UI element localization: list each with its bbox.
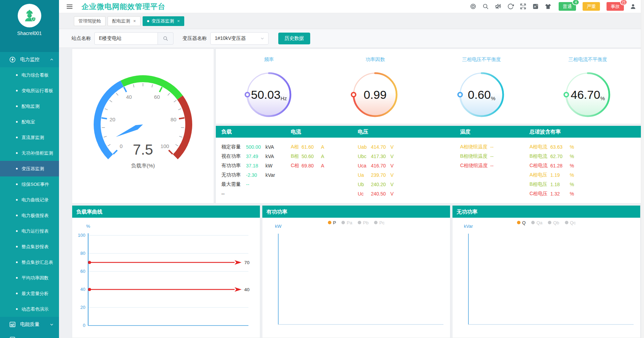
hamburger-icon[interactable]	[66, 3, 73, 10]
load-rate-gauge: 0204060801007.5负载率(%)	[72, 49, 214, 203]
scrollbar[interactable]	[641, 0, 644, 338]
table-row: 最大需量--	[221, 180, 275, 189]
bullet-icon	[16, 308, 18, 310]
table-column: A相61.60AB相50.60AC相69.80A	[291, 142, 324, 170]
sidebar-item[interactable]: 电力极值报表	[0, 208, 59, 223]
avatar[interactable]	[18, 4, 41, 27]
sidebar-item[interactable]: 动态着色演示	[0, 301, 59, 317]
app-title: 企业微电网能效管理平台	[82, 2, 166, 11]
sidebar-item-label: 无功补偿柜监测	[22, 150, 53, 156]
table-cell: 额定容量	[221, 144, 246, 150]
alarm-button-1[interactable]: 普通4	[559, 2, 576, 11]
table-cell: 416.70	[371, 163, 390, 168]
sidebar-item[interactable]: 配电监测	[0, 98, 59, 114]
fullscreen-icon[interactable]	[520, 3, 526, 10]
mute-icon[interactable]	[495, 3, 501, 10]
sidebar-item-label: 整点集抄报表	[22, 244, 49, 250]
sidebar-nav: 电力监控电力综合看板变电所运行看板配电监测配电室直流屏监测无功补偿柜监测变压器监…	[0, 52, 59, 338]
sidebar-section-label: 电力监控	[20, 57, 40, 63]
table-cell: A相电流	[529, 144, 550, 150]
table-cell: 61.28	[550, 163, 570, 168]
sidebar-item[interactable]: 整点集抄报表	[0, 239, 59, 254]
sidebar-item[interactable]: 平均功率因数	[0, 270, 59, 286]
sidebar-item[interactable]: 整点集抄汇总表	[0, 254, 59, 270]
tab-3[interactable]: 变压器监测×	[143, 16, 185, 26]
sidebar-item[interactable]: 电力运行报表	[0, 223, 59, 239]
table-row: 有功功率37.18kW	[221, 161, 275, 170]
sidebar-item[interactable]: 电力曲线记录	[0, 192, 59, 208]
sidebar-item[interactable]: 配电室	[0, 114, 59, 130]
sidebar-section-2[interactable]: 电能质量	[0, 317, 59, 332]
history-data-button[interactable]: 历史数据	[278, 33, 310, 44]
table-cell: 69.80	[302, 163, 321, 168]
svg-text:80: 80	[80, 251, 85, 256]
sidebar-item[interactable]: 变电所运行看板	[0, 83, 59, 98]
translate-icon[interactable]: A文	[532, 3, 539, 10]
power-monitor-icon	[9, 56, 16, 63]
svg-text:70: 70	[244, 260, 249, 265]
sidebar-section-partial[interactable]	[0, 332, 59, 338]
table-cell: C相电流	[529, 163, 550, 169]
tab-close-icon[interactable]: ×	[177, 18, 180, 24]
table-cell: C相绕组温度	[460, 163, 490, 169]
target-icon[interactable]	[470, 3, 476, 10]
kpi-card: 频率50.03Hz功率因数0.99三相电压不平衡度0.60%三相电流不平衡度46…	[215, 49, 641, 124]
table-cell: V	[390, 191, 393, 197]
svg-text:0: 0	[120, 143, 122, 149]
table-cell: %	[570, 191, 574, 197]
table-row: Ubc417.30V	[358, 151, 393, 161]
table-row: B相电流62.70%	[529, 151, 574, 161]
table-row: B相绕组温度--	[460, 151, 510, 161]
table-cell: A相电压	[529, 172, 550, 178]
sidebar-item-label: 电力曲线记录	[22, 197, 49, 203]
transformer-select[interactable]: 1#10kV变压器	[210, 32, 269, 45]
tab-close-icon[interactable]: ×	[133, 18, 136, 24]
tab-2[interactable]: 配电监测×	[108, 16, 141, 26]
user-icon[interactable]	[630, 3, 636, 10]
sidebar-item[interactable]: 综保SOE事件	[0, 176, 59, 192]
kpi-2: 功率因数0.99	[335, 57, 415, 124]
topbar-actions: A文 普通4严重事故21	[470, 2, 636, 11]
worker-avatar-icon	[22, 8, 37, 23]
theme-icon[interactable]	[545, 3, 551, 10]
measurements-table-card: 负载电流电压温度总谐波含有率 额定容量500.00kVA视在功率37.49kVA…	[215, 125, 641, 203]
table-cell: Uca	[358, 163, 371, 168]
table-cell: 240.50	[371, 191, 390, 197]
sidebar-section-1[interactable]: 电力监控	[0, 52, 59, 67]
sidebar-item[interactable]: 电力综合看板	[0, 67, 59, 83]
search-icon[interactable]	[482, 3, 489, 10]
table-cell: B相电流	[529, 153, 550, 159]
svg-text:20: 20	[80, 305, 85, 310]
alarm-button-3[interactable]: 事故21	[607, 2, 624, 11]
sidebar-item[interactable]: 无功补偿柜监测	[0, 145, 59, 161]
table-cell: 无功功率	[221, 172, 246, 178]
search-button[interactable]	[158, 32, 173, 45]
table-row: C相绕组温度--	[460, 161, 510, 170]
table-cell: V	[390, 182, 393, 187]
refresh-icon[interactable]	[507, 3, 514, 10]
svg-text:kVar: kVar	[464, 224, 473, 229]
table-cell: 62.70	[550, 154, 570, 159]
sidebar: Shacrel001 电力监控电力综合看板变电所运行看板配电监测配电室直流屏监测…	[0, 0, 59, 338]
table-cell: Ub	[358, 182, 371, 187]
sidebar-item-label: 电力极值报表	[22, 213, 49, 219]
sidebar-item-label: 直流屏监测	[22, 135, 44, 141]
tab-1[interactable]: 管理驾驶舱	[74, 16, 105, 26]
site-name-input[interactable]	[94, 32, 158, 45]
bullet-icon	[16, 137, 18, 138]
svg-text:40: 40	[244, 287, 249, 292]
table-cell: %	[570, 154, 574, 159]
tab-label: 管理驾驶舱	[78, 18, 101, 24]
table-cell: --	[490, 163, 510, 168]
sidebar-item[interactable]: 最大需量分析	[0, 286, 59, 301]
table-cell: 最大需量	[221, 181, 246, 188]
sidebar-item[interactable]: 变压器监测	[0, 161, 59, 176]
table-cell: A相绕组温度	[460, 144, 490, 150]
table-cell: C相电压	[529, 191, 550, 197]
table-cell: 有功功率	[221, 163, 246, 169]
table-cell: --	[221, 191, 246, 197]
kpi-ring: 0.60%	[447, 64, 516, 123]
table-column-header: 温度	[460, 126, 471, 138]
sidebar-item[interactable]: 直流屏监测	[0, 130, 59, 145]
alarm-button-2[interactable]: 严重	[583, 2, 600, 11]
